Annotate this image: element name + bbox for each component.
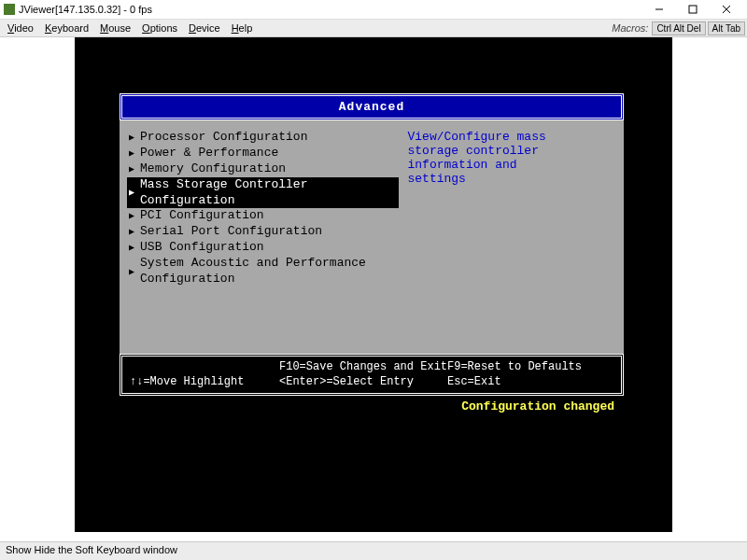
bios-menu: ▶Processor Configuration ▶Power & Perfor… [127,130,399,344]
footer-hint: <Enter>=Select Entry [279,375,447,390]
bios-header: Advanced [120,93,624,120]
bios-item-processor[interactable]: ▶Processor Configuration [127,130,399,146]
svg-rect-1 [689,6,697,13]
close-button[interactable] [710,0,743,19]
bios-item-label: PCI Configuration [140,208,264,224]
bios-item-mass-storage[interactable]: ▶Mass Storage Controller Configuration [127,177,399,209]
macros-area: Macros: Ctrl Alt Del Alt Tab [612,21,745,35]
menu-video[interactable]: Video [2,21,39,35]
bios-footer: F10=Save Changes and Exit F9=Reset to De… [120,354,624,396]
remote-screen[interactable]: Advanced ▶Processor Configuration ▶Power… [75,37,672,532]
triangle-icon: ▶ [129,187,134,199]
bios-item-label: Power & Performance [140,146,278,161]
bios-body: ▶Processor Configuration ▶Power & Perfor… [120,120,624,354]
bios-item-label: USB Configuration [140,240,264,256]
bios-item-memory[interactable]: ▶Memory Configuration [127,161,399,177]
statusbar-text: Show Hide the Soft Keyboard window [6,544,177,555]
bios-item-label: Serial Port Configuration [140,224,322,240]
bios-item-serial[interactable]: ▶Serial Port Configuration [127,224,399,240]
window-titlebar: JViewer[147.135.0.32] - 0 fps [0,0,747,19]
maximize-button[interactable] [676,0,710,19]
statusbar: Show Hide the Soft Keyboard window [0,541,747,560]
bios-help-text: View/Configure mass storage controller i… [399,130,616,344]
bios-footer-row: F10=Save Changes and Exit F9=Reset to De… [130,360,613,375]
bios-item-label: Memory Configuration [140,161,286,177]
menu-help[interactable]: Help [226,21,259,35]
macro-ctrl-alt-del[interactable]: Ctrl Alt Del [652,21,705,35]
footer-hint: ↑↓=Move Highlight [130,375,279,390]
bios-item-power[interactable]: ▶Power & Performance [127,146,399,161]
bios-item-usb[interactable]: ▶USB Configuration [127,240,399,256]
footer-hint: Esc=Exit [447,375,501,390]
bios-status-message: Configuration changed [120,396,624,413]
triangle-icon: ▶ [129,132,134,144]
bios-item-label: Mass Storage Controller Configuration [140,177,396,209]
menu-mouse[interactable]: Mouse [94,21,136,35]
menubar: Video Keyboard Mouse Options Device Help… [0,19,747,37]
triangle-icon: ▶ [129,266,134,278]
window-title: JViewer[147.135.0.32] - 0 fps [19,4,642,15]
menu-options[interactable]: Options [136,21,183,35]
menu-device[interactable]: Device [183,21,226,35]
triangle-icon: ▶ [129,210,134,222]
triangle-icon: ▶ [129,242,134,254]
triangle-icon: ▶ [129,147,134,160]
macros-label: Macros: [612,22,648,34]
menu-keyboard[interactable]: Keyboard [39,21,94,35]
bios-item-acoustic[interactable]: ▶System Acoustic and Performance Configu… [127,256,399,287]
minimize-button[interactable] [642,0,676,19]
footer-hint: F10=Save Changes and Exit [279,360,447,375]
bios-item-label: Processor Configuration [140,130,307,146]
window-controls [642,0,743,19]
bios-setup: Advanced ▶Processor Configuration ▶Power… [120,93,624,413]
bios-item-pci[interactable]: ▶PCI Configuration [127,208,399,224]
triangle-icon: ▶ [129,163,134,175]
macro-alt-tab[interactable]: Alt Tab [708,21,745,35]
bios-footer-row: ↑↓=Move Highlight <Enter>=Select Entry E… [130,375,613,390]
app-icon [4,4,15,15]
bios-item-label: System Acoustic and Performance Configur… [140,256,396,287]
footer-hint [130,360,279,375]
footer-hint: F9=Reset to Defaults [447,360,582,375]
kvm-viewport[interactable]: Advanced ▶Processor Configuration ▶Power… [0,37,747,541]
triangle-icon: ▶ [129,226,134,238]
